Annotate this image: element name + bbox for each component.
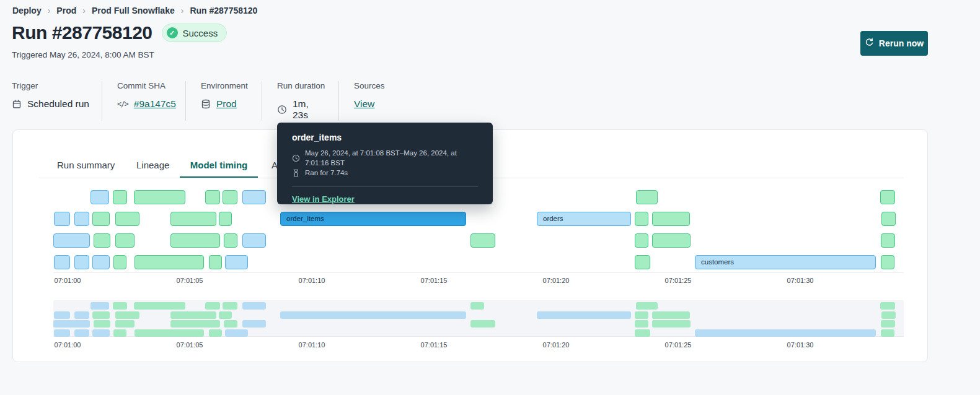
mini-bar [881,311,896,319]
meta-label-run-duration: Run duration [277,81,326,90]
gantt-bar[interactable] [54,212,70,226]
mini-bar-customers [695,329,876,337]
gantt-bar[interactable] [134,190,185,204]
gantt-bar[interactable] [113,255,126,269]
mini-bar [242,320,266,328]
time-tick-070110: 07:01:10 [299,277,325,284]
main-axis-line [53,272,904,273]
gantt-bar[interactable] [224,233,237,248]
mini-bar [90,302,109,310]
mini-bar [170,311,216,319]
run-detail-page: { "breadcrumb": { "separator": "›", "ite… [0,0,980,395]
gantt-bar[interactable] [113,190,127,204]
gantt-bar[interactable] [170,212,216,226]
gantt-bar[interactable] [225,255,248,269]
gantt-bar[interactable] [94,233,110,248]
gantt-bar[interactable] [242,190,266,204]
gantt-bar-label: order_items [281,212,466,225]
breadcrumb-item-run-287758120[interactable]: Run #287758120 [190,6,257,15]
meta-value-text-environment[interactable]: Prod [216,98,237,110]
mini-bar [115,311,139,319]
gantt-bar-orders[interactable]: orders [537,212,631,226]
gantt-bar[interactable] [242,233,266,248]
rerun-now-button[interactable]: Rerun now [860,31,928,56]
view-in-explorer-link[interactable]: View in Explorer [292,194,355,204]
gantt-bar[interactable] [135,255,204,269]
tab-model-timing[interactable]: Model timing [180,160,258,178]
gantt-bar[interactable] [74,212,89,226]
gantt-bar[interactable] [652,212,690,226]
calendar-icon [12,99,22,109]
gantt-bar[interactable] [470,233,495,248]
mini-bar [635,320,648,328]
gantt-bar[interactable] [170,233,220,248]
breadcrumb-item-prod[interactable]: Prod [56,6,76,15]
tooltip-model-name: order_items [292,132,478,142]
gantt-bar[interactable] [115,212,139,226]
page-title: Run #287758120 [12,22,152,43]
gantt-bar[interactable] [205,190,220,204]
breadcrumb-item-prod-full-snowflake[interactable]: Prod Full Snowflake [92,6,175,15]
breadcrumb-separator: › [181,6,184,15]
gantt-bar[interactable] [53,233,90,248]
mini-bar [135,329,204,337]
tooltip-duration-row: Ran for 7.74s [292,168,478,178]
hourglass-icon [292,169,300,177]
tab-lineage[interactable]: Lineage [136,160,169,178]
gantt-bar-customers[interactable]: customers [695,255,876,269]
gantt-bar[interactable] [635,255,650,269]
meta-value-sources: View [354,98,385,110]
mini-bar [54,311,70,319]
gantt-bar[interactable] [115,233,135,248]
gantt-bar[interactable] [635,212,648,226]
breadcrumb-separator: › [48,6,51,15]
mini-bar [209,329,222,337]
meta-value-environment: Prod [201,98,249,110]
refresh-icon [865,38,874,49]
time-tick-070130: 07:01:30 [787,341,814,349]
mini-bar [635,329,650,337]
meta-value-text-sources[interactable]: View [354,98,374,110]
gantt-bar[interactable] [219,212,232,226]
breadcrumb-separator: › [82,6,86,15]
meta-value-commit-sha: </>#9a147c5 [117,98,173,110]
mini-bar-order_items [280,311,466,319]
mini-bar [170,320,220,328]
mini-bar [635,311,648,319]
meta-label-environment: Environment [201,81,249,90]
mini-bar [92,329,110,337]
meta-col-trigger: TriggerScheduled run [12,81,102,121]
rerun-now-label: Rerun now [879,38,924,48]
gantt-bar[interactable] [881,255,894,269]
gantt-bar[interactable] [209,255,222,269]
gantt-bar[interactable] [881,233,895,248]
gantt-bar[interactable] [880,190,895,204]
gantt-bar[interactable] [54,255,70,269]
gantt-bar[interactable] [635,233,648,248]
breadcrumb-item-deploy[interactable]: Deploy [12,6,42,15]
tab-run-summary[interactable]: Run summary [57,160,115,178]
mini-bar [53,320,90,328]
tooltip-time-range: May 26, 2024, at 7:01:08 BST–May 26, 202… [305,148,478,168]
gantt-bar[interactable] [74,255,89,269]
gantt-bar[interactable] [92,255,110,269]
time-tick-070105: 07:01:05 [177,277,203,284]
meta-col-sources: SourcesView [338,81,397,121]
gantt-bar-label: orders [537,212,630,225]
mini-bar [219,311,232,319]
mini-bar [881,320,895,328]
gantt-bar[interactable] [881,212,896,226]
gantt-bar[interactable] [223,190,237,204]
mini-bar [92,311,110,319]
tooltip-duration: Ran for 7.74s [305,168,348,178]
mini-bar [74,311,89,319]
gantt-bar[interactable] [636,190,658,204]
mini-bar [652,311,690,319]
gantt-bar[interactable] [652,233,691,248]
meta-value-text-commit-sha[interactable]: #9a147c5 [134,98,176,110]
gantt-bar[interactable] [90,190,109,204]
time-tick-070110: 07:01:10 [299,341,325,349]
status-badge: ✓ Success [162,24,227,42]
gantt-bar-order_items[interactable]: order_items [280,212,466,226]
gantt-bar[interactable] [92,212,110,226]
